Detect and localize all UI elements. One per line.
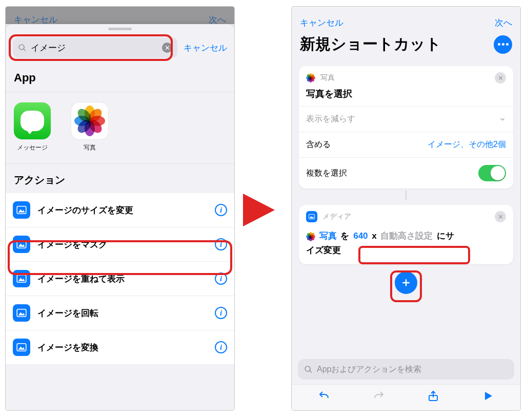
info-icon[interactable]: i (215, 238, 227, 250)
search-actions-input[interactable]: Appおよびアクションを検索 (298, 359, 514, 380)
remove-action-button[interactable]: ✕ (495, 72, 506, 83)
multi-select-row: 複数を選択 (299, 158, 513, 188)
card-title: 写真を選択 (299, 87, 513, 107)
image-action-icon (13, 339, 30, 356)
add-action-button[interactable] (395, 271, 417, 294)
svg-rect-7 (17, 309, 26, 317)
next-button[interactable]: 次へ (495, 17, 512, 29)
flow-connector (292, 188, 520, 202)
collapse-row[interactable]: 表示を減らす (299, 107, 513, 132)
image-action-icon (13, 201, 30, 219)
svg-rect-1 (17, 206, 26, 214)
arrow-icon (243, 190, 279, 230)
search-placeholder: Appおよびアクションを検索 (317, 364, 421, 375)
svg-rect-11 (309, 215, 315, 219)
multi-select-toggle[interactable] (478, 165, 506, 181)
action-convert-image[interactable]: イメージを変換 i (6, 330, 234, 365)
param-photo[interactable]: 写真 (318, 228, 338, 243)
svg-marker-6 (18, 278, 25, 281)
include-row[interactable]: 含める イメージ、その他2個 (299, 132, 513, 158)
bottom-toolbar (292, 384, 520, 410)
share-button[interactable] (423, 389, 443, 403)
search-text: イメージ (31, 42, 158, 54)
info-icon[interactable]: i (215, 272, 227, 285)
svg-marker-10 (18, 346, 25, 349)
section-actions-header: アクション (6, 164, 234, 193)
screen-left: キャンセル 次へ イメージ ✕ キャンセル App メッセージ (5, 6, 235, 411)
action-card-select-photos: 写真 ✕ 写真を選択 表示を減らす 含める イメージ、その他2個 複数を選択 (299, 66, 513, 188)
action-card-resize-image: メディア ✕ 写真 を 640 x 自動高さ設定 にサイズ変更 (299, 205, 513, 264)
photos-icon (306, 232, 315, 241)
more-button[interactable] (494, 35, 512, 54)
section-app-header: App (6, 65, 234, 92)
action-overlay-image[interactable]: イメージを重ねて表示 i (6, 262, 234, 296)
svg-marker-0 (243, 194, 275, 226)
svg-marker-8 (18, 312, 25, 315)
page-title: 新規ショートカット (300, 34, 441, 55)
svg-marker-2 (18, 209, 25, 212)
image-action-icon (13, 304, 30, 322)
search-input[interactable]: イメージ ✕ (13, 37, 177, 58)
action-sheet: イメージ ✕ キャンセル App メッセージ (6, 24, 234, 410)
resize-sentence: 写真 を 640 x 自動高さ設定 にサイズ変更 (299, 225, 513, 264)
media-icon (306, 211, 317, 222)
action-rotate-image[interactable]: イメージを回転 i (6, 296, 234, 330)
app-grid: メッセージ 写真 (6, 92, 234, 164)
remove-action-button[interactable]: ✕ (495, 211, 506, 222)
chevron-down-icon (499, 116, 506, 123)
photos-icon (306, 73, 315, 82)
action-mask-image[interactable]: イメージをマスク i (6, 227, 234, 262)
app-messages[interactable]: メッセージ (14, 102, 51, 152)
redo-button (369, 389, 389, 403)
screen-right: キャンセル 次へ 新規ショートカット 写真 ✕ (291, 6, 521, 411)
search-icon (304, 365, 313, 374)
app-photos[interactable]: 写真 (71, 102, 108, 152)
peek-header: キャンセル 次へ (6, 7, 234, 24)
param-width[interactable]: 640 (352, 228, 369, 243)
sheet-grabber[interactable] (108, 28, 132, 30)
svg-rect-9 (17, 344, 26, 351)
search-cancel-button[interactable]: キャンセル (184, 42, 227, 54)
info-icon[interactable]: i (215, 341, 227, 353)
svg-rect-5 (17, 275, 26, 282)
image-action-icon (13, 236, 30, 253)
svg-marker-12 (310, 216, 314, 218)
clear-icon[interactable]: ✕ (162, 43, 172, 53)
undo-button[interactable] (314, 389, 334, 403)
messages-icon (14, 102, 51, 139)
cancel-button[interactable]: キャンセル (300, 17, 343, 29)
image-action-icon (13, 270, 30, 287)
param-height[interactable]: 自動高さ設定 (379, 228, 434, 243)
card-source: メディア (322, 212, 351, 221)
info-icon[interactable]: i (215, 307, 227, 319)
svg-marker-16 (485, 392, 492, 400)
info-icon[interactable]: i (215, 204, 227, 216)
card-source: 写真 (320, 73, 335, 82)
svg-rect-3 (17, 241, 26, 248)
run-button[interactable] (478, 389, 498, 403)
action-resize-image[interactable]: イメージのサイズを変更 i (6, 193, 234, 227)
search-icon (18, 44, 27, 52)
svg-marker-4 (18, 243, 25, 246)
photos-icon (71, 102, 108, 139)
